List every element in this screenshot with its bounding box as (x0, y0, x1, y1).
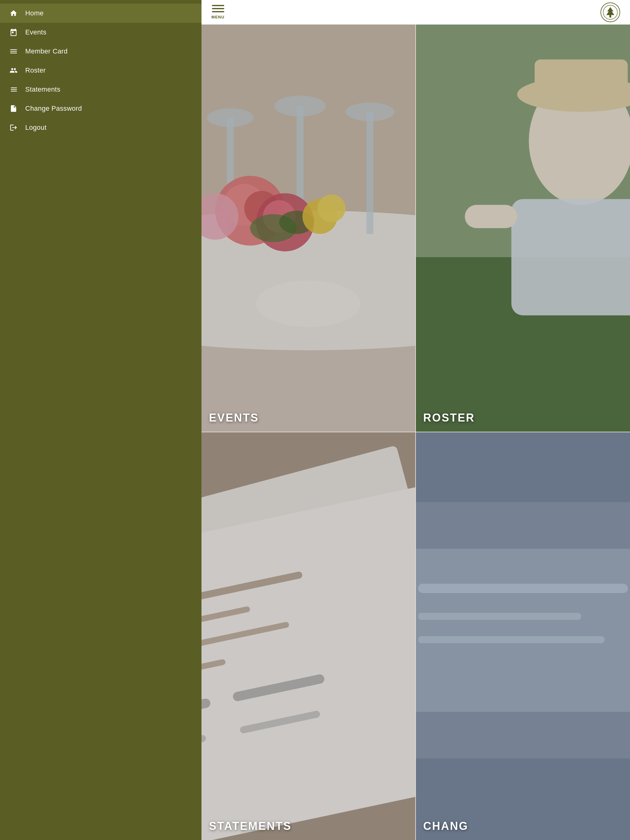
menu-bar-2 (212, 8, 224, 9)
sidebar-item-roster-label: Roster (25, 66, 46, 74)
tile-events-overlay (201, 25, 415, 432)
home-icon (9, 9, 19, 17)
tile-statements-label: STATEMENTS (209, 820, 291, 833)
tile-statements-overlay (201, 432, 415, 840)
tile-change-overlay (416, 432, 630, 840)
tile-events-label: EVENTS (209, 411, 259, 424)
app-container: Home Events Member Card (0, 0, 630, 840)
menu-label: MENU (211, 15, 224, 19)
tile-change-label: CHANG (423, 820, 469, 833)
sidebar-item-home[interactable]: Home (0, 4, 201, 23)
tile-events[interactable]: EVENTS (201, 25, 416, 432)
logout-icon (9, 123, 19, 132)
logo-circle (600, 2, 620, 22)
sidebar-item-member-card[interactable]: Member Card (0, 42, 201, 61)
sidebar-item-logout-label: Logout (25, 123, 46, 132)
menu-button[interactable]: MENU (211, 5, 224, 19)
sidebar-item-change-password[interactable]: Change Password (0, 99, 201, 118)
sidebar-item-change-password-label: Change Password (25, 104, 82, 112)
password-icon (9, 104, 19, 112)
tile-roster[interactable]: ROSTER (416, 25, 630, 432)
sidebar-item-events-label: Events (25, 28, 46, 36)
tile-statements[interactable]: STATEMENTS (201, 432, 416, 840)
sidebar-item-events[interactable]: Events (0, 23, 201, 42)
sidebar: Home Events Member Card (0, 0, 201, 840)
card-icon (9, 47, 19, 55)
sidebar-nav: Home Events Member Card (0, 0, 201, 137)
sidebar-item-home-label: Home (25, 9, 44, 17)
menu-bar-3 (212, 11, 224, 12)
statements-icon (9, 85, 19, 93)
sidebar-item-statements[interactable]: Statements (0, 80, 201, 99)
roster-icon (9, 66, 19, 74)
menu-bar-1 (212, 5, 224, 6)
sidebar-item-member-card-label: Member Card (25, 47, 68, 55)
sidebar-item-roster[interactable]: Roster (0, 61, 201, 80)
sidebar-item-statements-label: Statements (25, 85, 60, 93)
header-bar: MENU (201, 0, 630, 25)
club-logo-svg (603, 5, 618, 20)
tile-roster-overlay (416, 25, 630, 432)
tile-change-password[interactable]: CHANG (416, 432, 630, 840)
tile-roster-label: ROSTER (423, 411, 475, 424)
logo-area (600, 2, 620, 22)
tiles-grid: EVENTS (201, 25, 630, 840)
calendar-icon (9, 28, 19, 36)
sidebar-item-logout[interactable]: Logout (0, 118, 201, 137)
main-content: MENU (201, 0, 630, 840)
